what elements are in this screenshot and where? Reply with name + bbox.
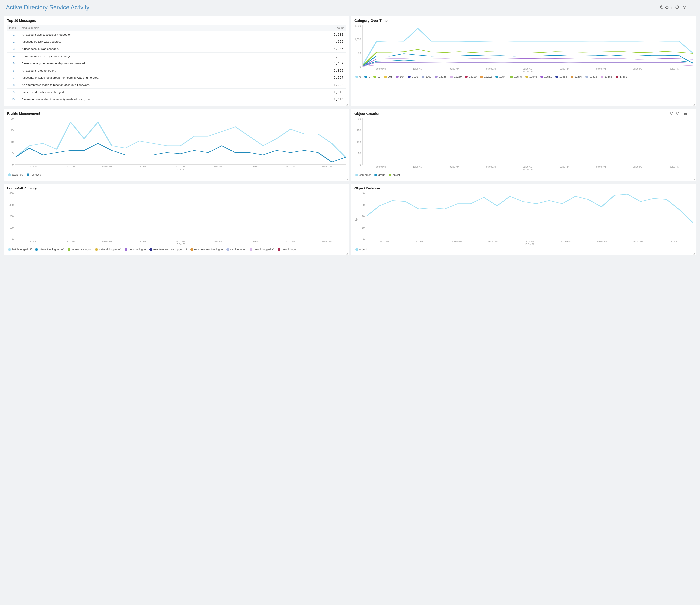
x-axis: 09:00 PM12:00 AM03:00 AM06:00 AM09:00 AM… xyxy=(15,165,346,168)
legend-item[interactable]: 12804 xyxy=(571,75,582,79)
legend-item[interactable]: network logon xyxy=(125,247,146,252)
panel-title: Rights Management xyxy=(7,111,40,116)
panel-category-over-time: Category Over Time 1,5001,0005000 09:00 … xyxy=(351,16,696,106)
chart-plot-area[interactable] xyxy=(366,192,693,240)
table-row[interactable]: 7A security-enabled local group membersh… xyxy=(7,74,346,81)
column-header[interactable]: Index xyxy=(7,25,20,31)
legend-item[interactable]: 12545 xyxy=(510,75,522,79)
page-title: Active Directory Service Activity xyxy=(6,4,90,11)
x-axis: 09:00 PM12:00 AM03:00 AM06:00 AM09:00 AM… xyxy=(15,240,346,243)
top-messages-table: Index msg_summary _count 1An account was… xyxy=(7,25,346,103)
page-header: Active Directory Service Activity -24h xyxy=(2,2,698,16)
column-header[interactable]: _count xyxy=(326,25,346,31)
svg-point-6 xyxy=(691,113,691,114)
legend-item[interactable]: remoteinteractive logon xyxy=(190,247,223,252)
panel-title: Object Creation xyxy=(354,112,380,116)
panel-top-messages: Top 10 Messages Index msg_summary _count… xyxy=(4,16,349,106)
legend-item[interactable]: 1101 xyxy=(408,75,418,79)
resize-handle-icon[interactable]: ◢ xyxy=(346,103,348,105)
legend-item[interactable]: removed xyxy=(27,173,41,177)
refresh-icon[interactable] xyxy=(670,111,673,116)
legend-item[interactable]: 103 xyxy=(384,75,393,79)
legend-item[interactable]: group xyxy=(374,173,385,177)
column-header[interactable]: msg_summary xyxy=(20,25,326,31)
legend-item[interactable]: 0 xyxy=(355,75,361,79)
legend-item[interactable]: unlock logon xyxy=(278,247,297,252)
chart-plot-area[interactable] xyxy=(15,118,346,165)
resize-handle-icon[interactable]: ◢ xyxy=(693,103,695,105)
svg-point-1 xyxy=(692,6,692,6)
legend-item[interactable]: 104 xyxy=(396,75,404,79)
legend-item[interactable]: 12544 xyxy=(495,75,507,79)
dashboard-grid: Top 10 Messages Index msg_summary _count… xyxy=(2,16,698,257)
table-row[interactable]: 3A user account was changed.4,246 xyxy=(7,46,346,53)
table-row[interactable]: 5A user's local group membership was enu… xyxy=(7,60,346,67)
legend-item[interactable]: 1 xyxy=(365,75,370,79)
chart-legend: computergroupobject xyxy=(354,171,693,178)
legend-item[interactable]: computer xyxy=(355,173,371,177)
legend-item[interactable]: 12554 xyxy=(555,75,567,79)
time-range-selector[interactable]: -24h xyxy=(660,5,672,10)
chart-plot-area[interactable] xyxy=(15,192,346,240)
time-range-selector[interactable]: -24h xyxy=(676,111,687,116)
more-icon[interactable] xyxy=(689,111,693,116)
chart-legend: object xyxy=(354,245,693,252)
legend-item[interactable]: interactive logon xyxy=(68,247,92,252)
legend-item[interactable]: service logon xyxy=(226,247,246,252)
legend-item[interactable]: 12292 xyxy=(480,75,492,79)
legend-item[interactable]: 1102 xyxy=(422,75,431,79)
panel-object-deletion: Object Deletion object 403020100 09:00 P… xyxy=(351,183,696,256)
panel-title: Logon/off Activity xyxy=(7,186,36,190)
legend-item[interactable]: unlock logged off xyxy=(250,247,274,252)
legend-item[interactable]: batch logged off xyxy=(8,247,31,252)
legend-item[interactable]: 10 xyxy=(373,75,380,79)
legend-item[interactable]: 13568 xyxy=(601,75,612,79)
x-axis: 09:00 PM12:00 AM03:00 AM06:00 AM09:00 AM… xyxy=(362,165,693,168)
legend-item[interactable]: object xyxy=(389,173,400,177)
resize-handle-icon[interactable]: ◢ xyxy=(346,252,348,255)
resize-handle-icon[interactable]: ◢ xyxy=(693,252,695,255)
panel-logon-activity: Logon/off Activity 4003002001000 09:00 P… xyxy=(4,183,349,256)
chart-legend: assignedremoved xyxy=(7,171,346,178)
table-row[interactable]: 8An attempt was made to reset an account… xyxy=(7,81,346,89)
clock-icon xyxy=(660,5,664,10)
legend-item[interactable]: 12289 xyxy=(450,75,462,79)
more-icon[interactable] xyxy=(690,5,694,10)
resize-handle-icon[interactable]: ◢ xyxy=(346,178,348,180)
table-row[interactable]: 4Permissions on an object were changed.3… xyxy=(7,53,346,60)
panel-toolbar: -24h xyxy=(670,111,693,116)
legend-item[interactable]: network logged off xyxy=(95,247,122,252)
panel-title: Category Over Time xyxy=(354,19,388,23)
clock-icon xyxy=(676,112,679,116)
filter-icon[interactable] xyxy=(683,5,686,10)
legend-item[interactable]: 12546 xyxy=(525,75,537,79)
x-axis: 09:00 PM12:00 AM03:00 AM06:00 AM09:00 AM… xyxy=(366,240,693,243)
y-axis: 4003002001000 xyxy=(7,192,15,241)
chart-plot-area[interactable] xyxy=(362,118,693,165)
refresh-icon[interactable] xyxy=(675,5,679,10)
legend-item[interactable]: assigned xyxy=(8,173,23,177)
chart-plot-area[interactable] xyxy=(362,25,693,67)
legend-item[interactable]: interactive logged off xyxy=(35,247,64,252)
resize-handle-icon[interactable]: ◢ xyxy=(693,178,695,180)
table-row[interactable]: 9System audit policy was changed.1,910 xyxy=(7,89,346,96)
legend-item[interactable]: 13569 xyxy=(616,75,627,79)
x-axis-sublabel: 13 Oct 20 xyxy=(362,168,693,171)
time-range-label: -24h xyxy=(665,5,672,9)
y-axis: 403020100 xyxy=(358,192,366,241)
table-row[interactable]: 10A member was added to a security-enabl… xyxy=(7,96,346,103)
panel-object-creation: Object Creation -24h 200150100500 09:00 … xyxy=(351,109,696,181)
legend-item[interactable]: 12288 xyxy=(435,75,447,79)
panel-title: Top 10 Messages xyxy=(7,19,36,23)
time-range-label: -24h xyxy=(680,112,687,116)
table-row[interactable]: 1An account was successfully logged on.5… xyxy=(7,31,346,38)
legend-item[interactable]: 12812 xyxy=(585,75,597,79)
legend-item[interactable]: remoteinteractive logged off xyxy=(149,247,187,252)
table-row[interactable]: 6An account failed to log on.2,835 xyxy=(7,67,346,74)
table-row[interactable]: 2A scheduled task was updated.4,632 xyxy=(7,38,346,46)
legend-item[interactable]: object xyxy=(355,247,367,252)
svg-point-3 xyxy=(692,8,692,8)
legend-item[interactable]: 12290 xyxy=(465,75,477,79)
chart-legend: 0110103104110111021228812289122901229212… xyxy=(354,73,693,80)
legend-item[interactable]: 12551 xyxy=(540,75,552,79)
